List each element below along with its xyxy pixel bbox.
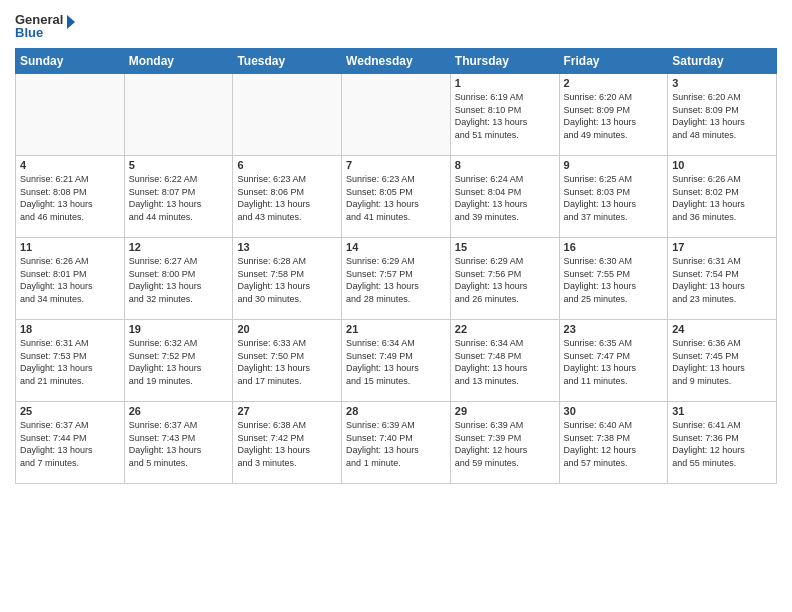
day-number: 23 — [564, 323, 664, 335]
week-row-5: 25Sunrise: 6:37 AM Sunset: 7:44 PM Dayli… — [16, 402, 777, 484]
day-info: Sunrise: 6:23 AM Sunset: 8:06 PM Dayligh… — [237, 173, 337, 223]
week-row-4: 18Sunrise: 6:31 AM Sunset: 7:53 PM Dayli… — [16, 320, 777, 402]
calendar-cell: 4Sunrise: 6:21 AM Sunset: 8:08 PM Daylig… — [16, 156, 125, 238]
day-number: 10 — [672, 159, 772, 171]
calendar-cell: 8Sunrise: 6:24 AM Sunset: 8:04 PM Daylig… — [450, 156, 559, 238]
calendar-cell: 14Sunrise: 6:29 AM Sunset: 7:57 PM Dayli… — [342, 238, 451, 320]
day-number: 5 — [129, 159, 229, 171]
day-number: 11 — [20, 241, 120, 253]
calendar-cell: 26Sunrise: 6:37 AM Sunset: 7:43 PM Dayli… — [124, 402, 233, 484]
calendar-cell: 18Sunrise: 6:31 AM Sunset: 7:53 PM Dayli… — [16, 320, 125, 402]
calendar-cell: 20Sunrise: 6:33 AM Sunset: 7:50 PM Dayli… — [233, 320, 342, 402]
day-number: 30 — [564, 405, 664, 417]
day-info: Sunrise: 6:28 AM Sunset: 7:58 PM Dayligh… — [237, 255, 337, 305]
day-info: Sunrise: 6:39 AM Sunset: 7:40 PM Dayligh… — [346, 419, 446, 469]
day-info: Sunrise: 6:26 AM Sunset: 8:01 PM Dayligh… — [20, 255, 120, 305]
day-number: 19 — [129, 323, 229, 335]
day-info: Sunrise: 6:39 AM Sunset: 7:39 PM Dayligh… — [455, 419, 555, 469]
calendar-cell: 7Sunrise: 6:23 AM Sunset: 8:05 PM Daylig… — [342, 156, 451, 238]
day-number: 16 — [564, 241, 664, 253]
day-info: Sunrise: 6:37 AM Sunset: 7:43 PM Dayligh… — [129, 419, 229, 469]
calendar-cell: 16Sunrise: 6:30 AM Sunset: 7:55 PM Dayli… — [559, 238, 668, 320]
calendar-cell: 2Sunrise: 6:20 AM Sunset: 8:09 PM Daylig… — [559, 74, 668, 156]
day-number: 17 — [672, 241, 772, 253]
weekday-header-saturday: Saturday — [668, 49, 777, 74]
day-number: 1 — [455, 77, 555, 89]
day-info: Sunrise: 6:22 AM Sunset: 8:07 PM Dayligh… — [129, 173, 229, 223]
calendar-cell: 3Sunrise: 6:20 AM Sunset: 8:09 PM Daylig… — [668, 74, 777, 156]
day-number: 28 — [346, 405, 446, 417]
day-info: Sunrise: 6:37 AM Sunset: 7:44 PM Dayligh… — [20, 419, 120, 469]
day-info: Sunrise: 6:32 AM Sunset: 7:52 PM Dayligh… — [129, 337, 229, 387]
logo-svg: GeneralBlue — [15, 10, 75, 42]
day-info: Sunrise: 6:38 AM Sunset: 7:42 PM Dayligh… — [237, 419, 337, 469]
day-info: Sunrise: 6:20 AM Sunset: 8:09 PM Dayligh… — [672, 91, 772, 141]
day-number: 7 — [346, 159, 446, 171]
calendar-cell: 30Sunrise: 6:40 AM Sunset: 7:38 PM Dayli… — [559, 402, 668, 484]
day-number: 24 — [672, 323, 772, 335]
day-info: Sunrise: 6:25 AM Sunset: 8:03 PM Dayligh… — [564, 173, 664, 223]
weekday-header-thursday: Thursday — [450, 49, 559, 74]
day-number: 14 — [346, 241, 446, 253]
calendar-cell: 5Sunrise: 6:22 AM Sunset: 8:07 PM Daylig… — [124, 156, 233, 238]
calendar-cell: 1Sunrise: 6:19 AM Sunset: 8:10 PM Daylig… — [450, 74, 559, 156]
calendar-cell: 28Sunrise: 6:39 AM Sunset: 7:40 PM Dayli… — [342, 402, 451, 484]
calendar-cell: 27Sunrise: 6:38 AM Sunset: 7:42 PM Dayli… — [233, 402, 342, 484]
day-info: Sunrise: 6:26 AM Sunset: 8:02 PM Dayligh… — [672, 173, 772, 223]
logo: GeneralBlue — [15, 10, 75, 42]
day-info: Sunrise: 6:34 AM Sunset: 7:48 PM Dayligh… — [455, 337, 555, 387]
day-info: Sunrise: 6:36 AM Sunset: 7:45 PM Dayligh… — [672, 337, 772, 387]
day-info: Sunrise: 6:31 AM Sunset: 7:54 PM Dayligh… — [672, 255, 772, 305]
calendar-cell: 24Sunrise: 6:36 AM Sunset: 7:45 PM Dayli… — [668, 320, 777, 402]
day-number: 2 — [564, 77, 664, 89]
calendar-cell: 6Sunrise: 6:23 AM Sunset: 8:06 PM Daylig… — [233, 156, 342, 238]
day-info: Sunrise: 6:40 AM Sunset: 7:38 PM Dayligh… — [564, 419, 664, 469]
weekday-header-wednesday: Wednesday — [342, 49, 451, 74]
calendar-cell: 13Sunrise: 6:28 AM Sunset: 7:58 PM Dayli… — [233, 238, 342, 320]
day-info: Sunrise: 6:19 AM Sunset: 8:10 PM Dayligh… — [455, 91, 555, 141]
calendar-cell: 10Sunrise: 6:26 AM Sunset: 8:02 PM Dayli… — [668, 156, 777, 238]
calendar-cell: 15Sunrise: 6:29 AM Sunset: 7:56 PM Dayli… — [450, 238, 559, 320]
weekday-header-monday: Monday — [124, 49, 233, 74]
day-number: 3 — [672, 77, 772, 89]
day-info: Sunrise: 6:30 AM Sunset: 7:55 PM Dayligh… — [564, 255, 664, 305]
header: GeneralBlue — [15, 10, 777, 42]
day-info: Sunrise: 6:34 AM Sunset: 7:49 PM Dayligh… — [346, 337, 446, 387]
weekday-header-sunday: Sunday — [16, 49, 125, 74]
day-info: Sunrise: 6:27 AM Sunset: 8:00 PM Dayligh… — [129, 255, 229, 305]
svg-text:Blue: Blue — [15, 25, 43, 40]
weekday-header-row: SundayMondayTuesdayWednesdayThursdayFrid… — [16, 49, 777, 74]
day-info: Sunrise: 6:21 AM Sunset: 8:08 PM Dayligh… — [20, 173, 120, 223]
calendar-cell: 9Sunrise: 6:25 AM Sunset: 8:03 PM Daylig… — [559, 156, 668, 238]
week-row-1: 1Sunrise: 6:19 AM Sunset: 8:10 PM Daylig… — [16, 74, 777, 156]
week-row-3: 11Sunrise: 6:26 AM Sunset: 8:01 PM Dayli… — [16, 238, 777, 320]
calendar-cell: 21Sunrise: 6:34 AM Sunset: 7:49 PM Dayli… — [342, 320, 451, 402]
day-number: 13 — [237, 241, 337, 253]
day-info: Sunrise: 6:31 AM Sunset: 7:53 PM Dayligh… — [20, 337, 120, 387]
calendar-cell — [16, 74, 125, 156]
week-row-2: 4Sunrise: 6:21 AM Sunset: 8:08 PM Daylig… — [16, 156, 777, 238]
day-info: Sunrise: 6:24 AM Sunset: 8:04 PM Dayligh… — [455, 173, 555, 223]
day-info: Sunrise: 6:41 AM Sunset: 7:36 PM Dayligh… — [672, 419, 772, 469]
day-number: 4 — [20, 159, 120, 171]
calendar-cell: 12Sunrise: 6:27 AM Sunset: 8:00 PM Dayli… — [124, 238, 233, 320]
day-number: 27 — [237, 405, 337, 417]
calendar-table: SundayMondayTuesdayWednesdayThursdayFrid… — [15, 48, 777, 484]
weekday-header-tuesday: Tuesday — [233, 49, 342, 74]
day-info: Sunrise: 6:29 AM Sunset: 7:56 PM Dayligh… — [455, 255, 555, 305]
day-info: Sunrise: 6:20 AM Sunset: 8:09 PM Dayligh… — [564, 91, 664, 141]
calendar-cell — [233, 74, 342, 156]
calendar-cell: 11Sunrise: 6:26 AM Sunset: 8:01 PM Dayli… — [16, 238, 125, 320]
calendar-cell: 19Sunrise: 6:32 AM Sunset: 7:52 PM Dayli… — [124, 320, 233, 402]
calendar-cell: 22Sunrise: 6:34 AM Sunset: 7:48 PM Dayli… — [450, 320, 559, 402]
day-number: 8 — [455, 159, 555, 171]
day-info: Sunrise: 6:33 AM Sunset: 7:50 PM Dayligh… — [237, 337, 337, 387]
page: GeneralBlue SundayMondayTuesdayWednesday… — [0, 0, 792, 612]
weekday-header-friday: Friday — [559, 49, 668, 74]
day-number: 22 — [455, 323, 555, 335]
calendar-cell: 23Sunrise: 6:35 AM Sunset: 7:47 PM Dayli… — [559, 320, 668, 402]
calendar-cell — [124, 74, 233, 156]
day-number: 21 — [346, 323, 446, 335]
day-number: 9 — [564, 159, 664, 171]
day-number: 15 — [455, 241, 555, 253]
